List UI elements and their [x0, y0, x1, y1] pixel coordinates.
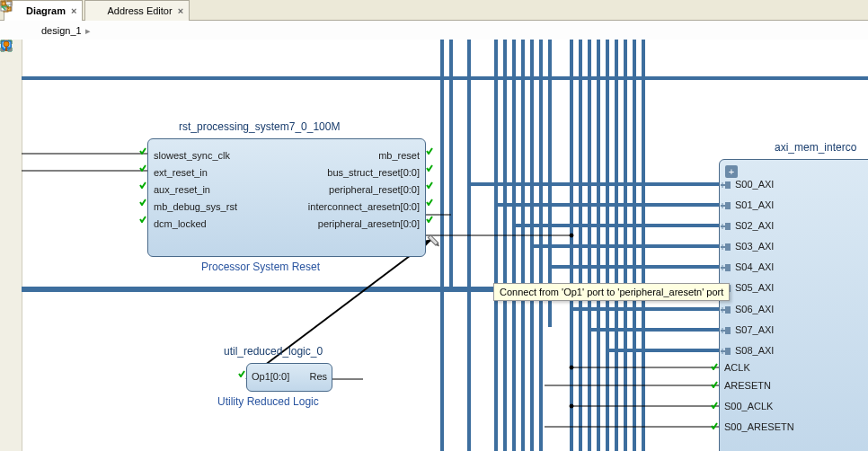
port-s00-aclk[interactable]: S00_ACLK	[724, 401, 773, 411]
check-icon	[139, 147, 146, 155]
port-s07-axi[interactable]: S07_AXI	[735, 324, 774, 335]
port-peripheral-aresetn[interactable]: peripheral_aresetn[0:0]	[318, 218, 420, 229]
port-aresetn[interactable]: ARESETN	[724, 380, 771, 391]
svg-rect-102	[725, 264, 731, 271]
design-icon	[25, 24, 38, 37]
pin-icon[interactable]	[2, 390, 20, 408]
port-slowest-sync-clk[interactable]: slowest_sync_clk	[154, 150, 230, 161]
close-icon[interactable]: ×	[178, 5, 183, 16]
port-s05-axi[interactable]: S05_AXI	[735, 282, 774, 293]
show-interface-icon[interactable]	[2, 304, 20, 322]
port-mb-debug-sys-rst[interactable]: mb_debug_sys_rst	[154, 201, 237, 212]
comment-icon[interactable]	[2, 368, 20, 386]
bus-port-icon	[721, 325, 731, 336]
bus-port-icon	[721, 346, 731, 357]
connection-tooltip: Connect from 'Op1' port to 'peripheral_a…	[493, 283, 730, 301]
check-icon	[426, 147, 433, 155]
refresh-icon[interactable]	[2, 347, 20, 365]
axi-block-title: axi_mem_interco	[775, 141, 856, 154]
check-icon	[711, 363, 718, 370]
tab-address-editor[interactable]: Address Editor ×	[84, 0, 190, 21]
chevron-right-icon: ▸	[85, 25, 91, 37]
port-s04-axi[interactable]: S04_AXI	[735, 261, 774, 272]
select-icon[interactable]	[2, 110, 20, 128]
area-select-icon[interactable]	[2, 131, 20, 149]
port-ext-reset-in[interactable]: ext_reset_in	[154, 167, 208, 178]
bus-port-icon	[721, 262, 731, 273]
validate-icon[interactable]	[2, 239, 20, 257]
zoom-out-icon[interactable]	[2, 66, 20, 84]
port-s02-axi[interactable]: S02_AXI	[735, 220, 774, 231]
port-mb-reset[interactable]: mb_reset	[378, 150, 420, 161]
tab-diagram[interactable]: Diagram ×	[4, 0, 83, 21]
tab-address-label: Address Editor	[107, 5, 172, 16]
pin-left-icon[interactable]	[4, 24, 16, 37]
svg-rect-111	[725, 327, 731, 334]
svg-point-86	[570, 234, 573, 237]
check-icon	[426, 164, 433, 172]
check-icon	[139, 164, 146, 172]
port-peripheral-reset[interactable]: peripheral_reset[0:0]	[329, 184, 420, 195]
check-icon	[711, 402, 718, 409]
search-icon[interactable]	[2, 174, 20, 192]
canvas-toolbar	[0, 40, 22, 451]
svg-rect-96	[725, 223, 731, 230]
util-block-subtitle: Utility Reduced Logic	[217, 395, 319, 408]
check-icon	[426, 216, 433, 223]
diagram-canvas[interactable]: rst_processing_system7_0_100M slowest_sy…	[22, 40, 868, 451]
zoom-fit-icon[interactable]	[2, 88, 20, 106]
port-s03-axi[interactable]: S03_AXI	[735, 241, 774, 252]
svg-rect-117	[428, 235, 438, 245]
address-editor-icon	[91, 4, 103, 17]
check-icon	[139, 216, 146, 223]
svg-rect-93	[725, 202, 731, 209]
collapse-icon[interactable]	[2, 282, 20, 300]
breadcrumb: design_1 ▸	[0, 21, 868, 41]
close-icon[interactable]: ×	[71, 5, 76, 16]
check-icon	[426, 181, 433, 189]
rst-block-title: rst_processing_system7_0_100M	[179, 120, 340, 133]
port-s01-axi[interactable]: S01_AXI	[735, 199, 774, 210]
bus-port-icon	[721, 242, 731, 252]
svg-rect-99	[725, 243, 731, 251]
port-aclk[interactable]: ACLK	[724, 362, 750, 373]
check-icon	[426, 199, 433, 206]
settings-icon[interactable]	[2, 325, 20, 343]
port-op1[interactable]: Op1[0:0]	[252, 371, 289, 382]
port-res[interactable]: Res	[309, 371, 327, 382]
check-icon	[711, 381, 718, 388]
svg-rect-108	[725, 306, 731, 314]
svg-rect-90	[725, 181, 731, 189]
add-ip-icon[interactable]	[2, 217, 20, 235]
bus-port-icon	[721, 200, 731, 211]
port-interconnect-aresetn[interactable]: interconnect_aresetn[0:0]	[308, 201, 420, 212]
util-reduced-logic-block[interactable]: Op1[0:0] Res	[246, 363, 332, 392]
tooltip-text: Connect from 'Op1' port to 'peripheral_a…	[500, 287, 723, 297]
port-s08-axi[interactable]: S08_AXI	[735, 345, 774, 356]
port-s00-aresetn[interactable]: S00_ARESETN	[724, 421, 794, 432]
svg-rect-114	[725, 348, 731, 355]
check-icon	[238, 370, 245, 377]
rst-processing-system-block[interactable]: slowest_sync_clk ext_reset_in aux_reset_…	[147, 138, 426, 257]
port-dcm-locked[interactable]: dcm_locked	[154, 218, 207, 229]
check-icon	[139, 181, 146, 189]
svg-point-80	[570, 366, 573, 369]
rst-block-subtitle: Processor System Reset	[201, 261, 320, 273]
port-s00-axi[interactable]: S00_AXI	[735, 179, 774, 190]
bus-port-icon	[721, 180, 731, 190]
bus-port-icon	[721, 305, 731, 315]
hierarchy-icon[interactable]	[2, 261, 20, 279]
check-icon	[711, 422, 718, 429]
breadcrumb-design[interactable]: design_1	[41, 25, 82, 36]
port-aux-reset-in[interactable]: aux_reset_in	[154, 184, 210, 195]
auto-layout-icon[interactable]	[2, 196, 20, 214]
util-block-title: util_reduced_logic_0	[224, 345, 323, 358]
tab-diagram-label: Diagram	[26, 5, 66, 16]
expand-icon[interactable]: +	[725, 165, 738, 178]
svg-rect-10	[2, 2, 5, 5]
port-s06-axi[interactable]: S06_AXI	[735, 304, 774, 314]
svg-point-45	[4, 41, 9, 47]
tab-bar: Diagram × Address Editor ×	[0, 0, 868, 21]
fit-selection-icon[interactable]	[2, 153, 20, 171]
port-bus-struct-reset[interactable]: bus_struct_reset[0:0]	[327, 167, 420, 178]
